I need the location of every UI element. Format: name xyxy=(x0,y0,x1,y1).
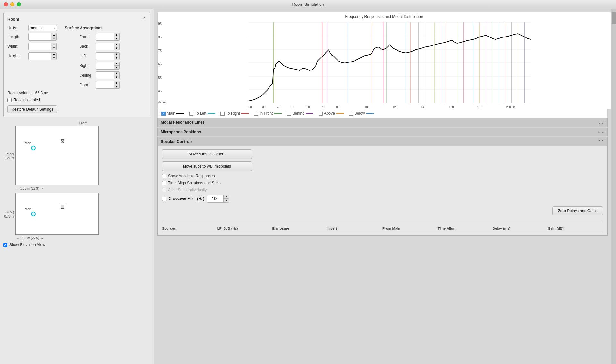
ceiling-up[interactable]: ▲ xyxy=(114,72,119,75)
window-controls[interactable] xyxy=(4,2,21,6)
crossover-up[interactable]: ▲ xyxy=(224,195,229,199)
window-title: Room Simulation xyxy=(292,2,324,7)
back-up[interactable]: ▲ xyxy=(114,43,119,46)
room-controls-section: Room ⌃ Units: metres feet Surface Absorp… xyxy=(3,12,150,117)
move-subs-corners-button[interactable]: Move subs to corners xyxy=(162,149,252,159)
svg-text:80: 80 xyxy=(336,105,339,109)
height-input[interactable]: 2.75 m xyxy=(29,53,51,59)
floor-spinner[interactable]: 0.05 ▲ ▼ xyxy=(96,81,120,89)
length-up[interactable]: ▲ xyxy=(51,33,56,37)
width-spinner[interactable]: 5.95 m ▲ ▼ xyxy=(28,43,57,50)
units-select[interactable]: metres feet xyxy=(28,25,57,31)
crossover-spinner[interactable]: ▲ ▼ xyxy=(207,195,229,203)
main-speaker-dot-top[interactable] xyxy=(31,146,36,150)
main-speaker-dot-bottom[interactable] xyxy=(31,212,36,216)
restore-defaults-button[interactable]: Restore Default Settings xyxy=(7,105,57,113)
front-spinner[interactable]: 0.10 ▲ ▼ xyxy=(96,33,120,41)
floor-input[interactable]: 0.05 xyxy=(96,82,114,88)
speaker-controls-header[interactable]: Speaker Controls ⌃⌃ xyxy=(157,137,608,146)
floorplan-bottom-bottom-label: ← 1.33 m (22%) → xyxy=(16,236,150,240)
left-input[interactable]: 0.10 xyxy=(96,53,114,59)
crossover-filter-checkbox[interactable] xyxy=(162,197,166,201)
right-spinner[interactable]: 0.10 ▲ ▼ xyxy=(96,62,120,70)
right-up[interactable]: ▲ xyxy=(114,62,119,66)
back-down[interactable]: ▼ xyxy=(114,46,119,50)
right-down[interactable]: ▼ xyxy=(114,66,119,69)
right-input[interactable]: 0.10 xyxy=(96,63,114,69)
room-volume-label: Room Volume: xyxy=(7,91,33,95)
microphone-positions-header[interactable]: Microphone Positions ⌄⌄ xyxy=(157,128,608,136)
units-select-wrap[interactable]: metres feet xyxy=(28,25,57,31)
svg-text:60: 60 xyxy=(307,105,310,109)
show-elevation-checkbox[interactable] xyxy=(3,243,7,247)
left-up[interactable]: ▲ xyxy=(114,53,119,56)
chart-title: Frequency Responses and Modal Distributi… xyxy=(158,12,611,21)
length-spinner[interactable]: 4.05 m ▲ ▼ xyxy=(28,33,57,41)
height-down[interactable]: ▼ xyxy=(51,56,56,60)
align-subs-individually-checkbox[interactable] xyxy=(162,188,166,192)
mic-positions-toggle-icon: ⌄⌄ xyxy=(598,130,604,134)
front-input[interactable]: 0.10 xyxy=(96,34,114,40)
room-sealed-checkbox[interactable] xyxy=(7,98,12,102)
th-invert: Invert xyxy=(327,227,382,230)
crossover-input[interactable] xyxy=(207,196,223,202)
th-delay: Delay (ms) xyxy=(493,227,548,230)
modal-resonance-header[interactable]: Modal Resonance Lines ⌄⌄ xyxy=(157,118,608,127)
legend-infront-check[interactable] xyxy=(254,112,258,116)
legend-behind-check[interactable] xyxy=(287,112,291,116)
legend-above-check[interactable] xyxy=(319,112,323,116)
legend-below-check[interactable] xyxy=(349,112,353,116)
legend-main-check[interactable]: ✓ xyxy=(161,112,166,116)
sub-speaker-square-top[interactable] xyxy=(61,139,64,143)
legend-above-label: Above xyxy=(324,111,335,116)
zero-delays-gains-button[interactable]: Zero Delays and Gains xyxy=(552,206,603,215)
ceiling-input[interactable]: 0.10 xyxy=(96,72,114,78)
svg-text:40: 40 xyxy=(277,105,280,109)
close-button[interactable] xyxy=(4,2,8,6)
room-collapse-button[interactable]: ⌃ xyxy=(142,16,146,21)
sub-speaker-square-bottom[interactable] xyxy=(61,205,64,209)
back-input[interactable]: 0.10 xyxy=(96,44,114,49)
length-input[interactable]: 4.05 m xyxy=(29,34,51,40)
time-align-checkbox[interactable] xyxy=(162,181,166,185)
ceiling-down[interactable]: ▼ xyxy=(114,75,119,79)
svg-text:120: 120 xyxy=(393,105,398,109)
width-label: Width: xyxy=(7,44,28,49)
width-down[interactable]: ▼ xyxy=(51,46,56,50)
back-spinner[interactable]: 0.10 ▲ ▼ xyxy=(96,43,120,50)
height-up[interactable]: ▲ xyxy=(51,53,56,56)
height-label: Height: xyxy=(7,54,28,58)
floorplan-bottom-left-label: (28%)0.78 m xyxy=(3,210,15,219)
chart-svg: 20 30 40 50 60 70 80 100 120 140 160 xyxy=(169,21,611,109)
front-up[interactable]: ▲ xyxy=(114,33,119,37)
floor-up[interactable]: ▲ xyxy=(114,81,119,85)
height-spinner[interactable]: 2.75 m ▲ ▼ xyxy=(28,52,57,60)
left-down[interactable]: ▼ xyxy=(114,56,119,60)
front-down[interactable]: ▼ xyxy=(114,37,119,40)
width-input[interactable]: 5.95 m xyxy=(29,44,51,49)
legend-toright-check[interactable] xyxy=(220,112,225,116)
maximize-button[interactable] xyxy=(17,2,21,6)
show-anechoic-checkbox[interactable] xyxy=(162,174,166,178)
length-label: Length: xyxy=(7,35,28,39)
length-down[interactable]: ▼ xyxy=(51,37,56,40)
left-spinner[interactable]: 0.10 ▲ ▼ xyxy=(96,52,120,60)
crossover-down[interactable]: ▼ xyxy=(224,199,229,202)
modal-resonance-toggle-icon: ⌄⌄ xyxy=(598,120,604,125)
ceiling-spinner[interactable]: 0.10 ▲ ▼ xyxy=(96,71,120,79)
move-subs-wall-midpoints-button[interactable]: Move subs to wall midpoints xyxy=(162,161,252,171)
legend-behind-line xyxy=(306,113,313,114)
back-label: Back xyxy=(80,44,96,49)
minimize-button[interactable] xyxy=(10,2,14,6)
legend-main-line xyxy=(176,113,184,114)
chart-legend: ✓ Main To Left To Right xyxy=(157,109,608,118)
floor-down[interactable]: ▼ xyxy=(114,85,119,88)
right-panel: Frequency Responses and Modal Distributi… xyxy=(154,9,616,364)
left-label: Left xyxy=(80,54,96,58)
legend-main-label: Main xyxy=(167,111,175,116)
right-scrollbar[interactable] xyxy=(611,9,616,364)
legend-below-label: Below xyxy=(355,111,365,116)
legend-toleft-check[interactable] xyxy=(189,112,193,116)
th-enclosure: Enclosure xyxy=(272,227,328,230)
width-up[interactable]: ▲ xyxy=(51,43,56,46)
